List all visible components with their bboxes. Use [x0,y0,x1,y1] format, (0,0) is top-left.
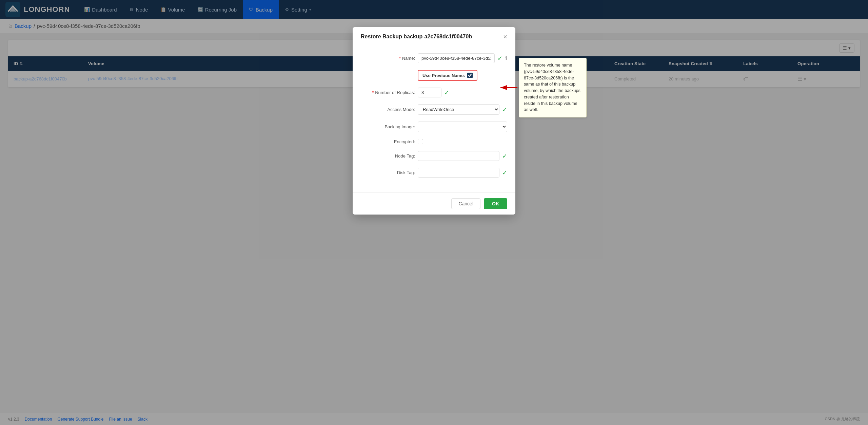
tooltip-box: The restore volume name (pvc-59d40ce8-f3… [519,58,587,117]
modal-overlay: Restore Backup backup-a2c768dc1f00470b ×… [0,0,868,121]
access-mode-label: Access Mode: [361,107,415,112]
name-input[interactable] [418,53,495,63]
modal-header: Restore Backup backup-a2c768dc1f00470b × [353,27,515,45]
name-check-icon: ✓ [497,55,502,62]
replicas-check-icon: ✓ [444,89,449,96]
tooltip-text: The restore volume name (pvc-59d40ce8-f3… [524,63,580,112]
replicas-field-row: * Number of Replicas: ✓ [361,88,507,97]
modal-title: Restore Backup backup-a2c768dc1f00470b [361,34,472,40]
modal-close-button[interactable]: × [503,33,507,40]
replicas-label: * Number of Replicas: [361,90,415,95]
use-previous-label: Use Previous Name: [422,73,465,78]
use-previous-name-box: Use Previous Name: [418,70,477,81]
replicas-required-star: * [372,90,374,95]
use-previous-checkbox[interactable] [467,73,473,78]
name-required-star: * [399,56,401,61]
name-info-icon[interactable]: ℹ [505,55,507,61]
modal-body: * Name: ✓ ℹ Use Previous Name: * Number … [353,45,515,121]
tooltip-arrow-icon [499,82,519,93]
access-mode-check-icon: ✓ [502,106,507,113]
use-previous-name-row: Use Previous Name: [418,70,507,81]
name-label: * Name: [361,56,415,61]
replicas-input[interactable] [418,88,441,97]
access-mode-select[interactable]: ReadWriteOnce ReadWriteMany ReadOnlyMany [418,104,499,115]
name-field-row: * Name: ✓ ℹ [361,53,507,63]
access-mode-field-row: Access Mode: ReadWriteOnce ReadWriteMany… [361,104,507,115]
restore-backup-modal: Restore Backup backup-a2c768dc1f00470b ×… [353,27,515,121]
